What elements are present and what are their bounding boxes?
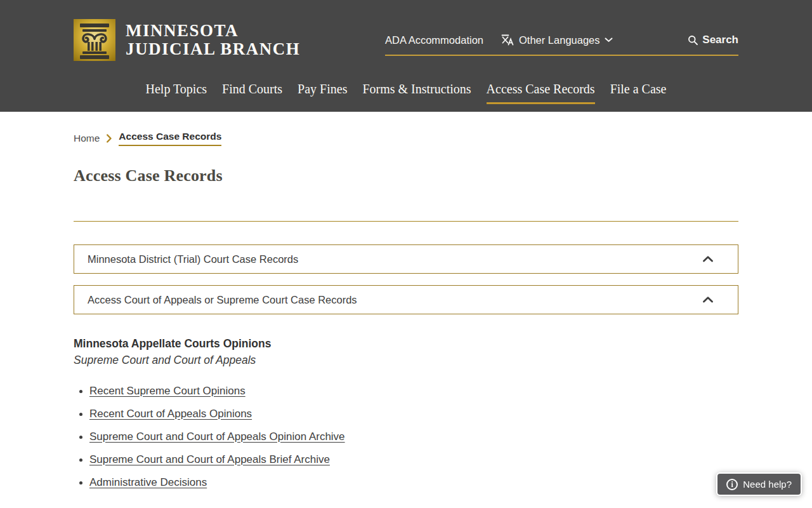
logo-line-1: Minnesota bbox=[126, 22, 300, 40]
nav-item-pay-fines[interactable]: Pay Fines bbox=[298, 82, 347, 104]
chevron-up-icon bbox=[703, 256, 713, 262]
search-icon bbox=[688, 35, 698, 46]
accordion-district-court-records[interactable]: Minnesota District (Trial) Court Case Re… bbox=[74, 244, 738, 274]
nav-item-forms-instructions[interactable]: Forms & Instructions bbox=[362, 82, 471, 104]
ada-accommodation-link[interactable]: ADA Accommodation bbox=[385, 34, 483, 46]
info-icon: i bbox=[726, 479, 738, 490]
site-logo[interactable]: Minnesota Judicial Branch bbox=[74, 19, 300, 61]
translate-icon bbox=[501, 33, 514, 47]
main-nav: Help Topics Find Courts Pay Fines Forms … bbox=[74, 82, 738, 104]
list-item: Supreme Court and Court of Appeals Brief… bbox=[89, 453, 738, 466]
opinions-link-list: Recent Supreme Court Opinions Recent Cou… bbox=[74, 384, 738, 489]
site-header: Minnesota Judicial Branch ADA Accommodat… bbox=[0, 0, 812, 112]
chevron-up-icon bbox=[703, 297, 713, 303]
link-administrative-decisions[interactable]: Administrative Decisions bbox=[89, 476, 207, 488]
link-brief-archive[interactable]: Supreme Court and Court of Appeals Brief… bbox=[89, 453, 330, 465]
link-recent-supreme-court-opinions[interactable]: Recent Supreme Court Opinions bbox=[89, 385, 246, 397]
breadcrumb: Home Access Case Records bbox=[74, 131, 738, 146]
opinions-subheading: Supreme Court and Court of Appeals bbox=[74, 354, 738, 367]
page-title: Access Case Records bbox=[74, 166, 738, 185]
nav-item-help-topics[interactable]: Help Topics bbox=[146, 82, 207, 104]
breadcrumb-home-link[interactable]: Home bbox=[74, 133, 100, 144]
column-logo-icon bbox=[74, 19, 115, 61]
main-content: Home Access Case Records Access Case Rec… bbox=[74, 131, 738, 489]
divider-rule bbox=[74, 221, 738, 222]
utility-nav: ADA Accommodation Other Languages bbox=[385, 33, 738, 56]
other-languages-menu[interactable]: Other Languages bbox=[501, 33, 613, 47]
breadcrumb-chevron-icon bbox=[107, 134, 112, 143]
need-help-label: Need help? bbox=[743, 479, 792, 490]
ada-accommodation-label: ADA Accommodation bbox=[385, 34, 483, 46]
accordion-label: Access Court of Appeals or Supreme Court… bbox=[88, 294, 357, 306]
nav-item-access-case-records[interactable]: Access Case Records bbox=[487, 82, 595, 104]
list-item: Recent Supreme Court Opinions bbox=[89, 384, 738, 398]
need-help-button[interactable]: i Need help? bbox=[716, 472, 802, 496]
search-label: Search bbox=[702, 34, 738, 46]
logo-wordmark: Minnesota Judicial Branch bbox=[126, 22, 300, 58]
opinions-heading: Minnesota Appellate Courts Opinions bbox=[74, 337, 738, 351]
link-opinion-archive[interactable]: Supreme Court and Court of Appeals Opini… bbox=[89, 431, 345, 443]
breadcrumb-current-page: Access Case Records bbox=[119, 131, 221, 146]
accordion-label: Minnesota District (Trial) Court Case Re… bbox=[88, 253, 298, 265]
search-button[interactable]: Search bbox=[688, 34, 738, 46]
chevron-down-icon bbox=[605, 37, 613, 43]
link-recent-court-of-appeals-opinions[interactable]: Recent Court of Appeals Opinions bbox=[89, 408, 252, 420]
logo-line-2: Judicial Branch bbox=[126, 40, 300, 58]
list-item: Administrative Decisions bbox=[89, 476, 738, 489]
list-item: Supreme Court and Court of Appeals Opini… bbox=[89, 430, 738, 443]
other-languages-label: Other Languages bbox=[519, 34, 600, 46]
accordion-appeals-supreme-court-records[interactable]: Access Court of Appeals or Supreme Court… bbox=[74, 285, 738, 314]
nav-item-find-courts[interactable]: Find Courts bbox=[222, 82, 282, 104]
list-item: Recent Court of Appeals Opinions bbox=[89, 407, 738, 420]
nav-item-file-a-case[interactable]: File a Case bbox=[610, 82, 667, 104]
